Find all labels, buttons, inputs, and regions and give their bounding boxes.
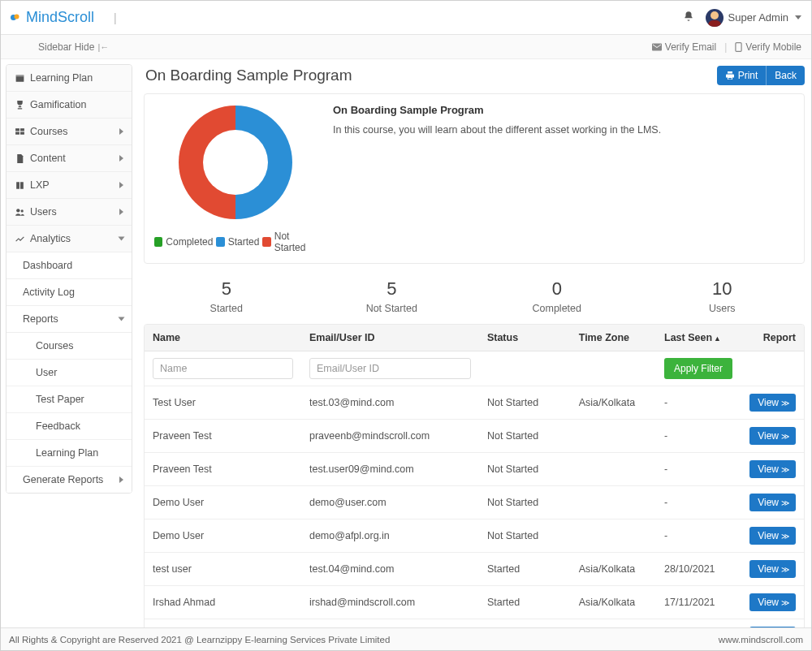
cell-timezone: Asia/Kolkata (571, 619, 656, 628)
svg-rect-4 (16, 75, 24, 76)
verify-email-label: Verify Email (665, 41, 716, 53)
apply-filter-label: Apply Filter (674, 363, 723, 374)
sidebar-item-dashboard[interactable]: Dashboard (6, 252, 132, 279)
view-button[interactable]: View ≫ (749, 494, 796, 511)
verify-mobile-button[interactable]: Verify Mobile (735, 41, 801, 53)
back-button[interactable]: Back (767, 66, 805, 85)
stat-value: 5 (309, 278, 475, 300)
cell-timezone (571, 420, 656, 453)
courses-icon (15, 127, 25, 137)
filter-email-input[interactable] (309, 358, 471, 379)
table-row: Demo Userdemo@user.comNot Started-View ≫ (145, 486, 804, 520)
brand-divider: | (114, 11, 117, 24)
sidebar-item-report-courses[interactable]: Courses (6, 333, 132, 360)
chevron-right-icon: ≫ (781, 498, 788, 507)
sidebar-hide-button[interactable]: Sidebar Hide |← (38, 41, 109, 53)
cell-timezone (571, 453, 656, 486)
donut-chart (179, 106, 292, 219)
table-row: Amarjit S. Sainiamarjitssaini@yahoo.co.i… (145, 619, 804, 628)
sidebar-item-activity-log[interactable]: Activity Log (6, 279, 132, 306)
svg-rect-8 (20, 131, 24, 134)
notifications-icon[interactable] (683, 11, 694, 24)
brand-icon (11, 12, 21, 23)
summary-heading: On Boarding Sample Program (333, 104, 661, 116)
view-button[interactable]: View ≫ (749, 427, 796, 445)
apply-filter-button[interactable]: Apply Filter (664, 358, 732, 379)
footer-left: All Rights & Copyright are Reserved 2021… (9, 635, 390, 645)
legend-label: Completed (166, 236, 213, 248)
brand[interactable]: MindScroll | (11, 9, 117, 26)
table-row: Demo Userdemo@afpl.org.inNot Started-Vie… (145, 520, 804, 553)
cell-last-seen: 17/11/2021 (656, 586, 741, 619)
view-button[interactable]: View ≫ (749, 527, 796, 545)
table-row: Test Usertest.03@mind.comNot StartedAsia… (145, 386, 804, 420)
view-button[interactable]: View ≫ (749, 560, 796, 578)
brand-text: MindScroll (26, 9, 94, 26)
cell-email: praveenb@mindscroll.com (301, 420, 479, 453)
sidebar-item-lxp[interactable]: LXP (6, 172, 132, 199)
cell-status: Not Started (479, 386, 571, 420)
cell-name: Irshad Ahmad (145, 586, 301, 619)
sidebar-item-label: Test Paper (36, 394, 84, 405)
print-button[interactable]: Print (717, 66, 767, 85)
sidebar-item-report-test-paper[interactable]: Test Paper (6, 386, 132, 413)
cell-email: demo@user.com (301, 486, 479, 520)
sidebar-item-report-user[interactable]: User (6, 360, 132, 386)
sidebar-item-report-feedback[interactable]: Feedback (6, 413, 132, 440)
lxp-icon (15, 180, 25, 191)
cell-email: test.03@mind.com (301, 386, 479, 420)
th-status[interactable]: Status (479, 325, 571, 351)
th-name[interactable]: Name (145, 325, 301, 351)
sidebar-item-gamification[interactable]: Gamification (6, 92, 132, 119)
cell-timezone (571, 520, 656, 553)
th-last-seen[interactable]: Last Seen▲ (656, 325, 741, 351)
cell-status: Started (479, 553, 571, 586)
sidebar-item-content[interactable]: Content (6, 145, 132, 172)
cell-last-seen: - (656, 520, 741, 553)
cell-status: Not Started (479, 420, 571, 453)
table-row: Praveen Testpraveenb@mindscroll.comNot S… (145, 420, 804, 453)
sidebar-item-courses[interactable]: Courses (6, 119, 132, 145)
cell-email: demo@afpl.org.in (301, 520, 479, 553)
view-button[interactable]: View ≫ (749, 593, 796, 611)
sidebar-item-users[interactable]: Users (6, 199, 132, 226)
cell-last-seen: 28/10/2021 (656, 553, 741, 586)
sidebar-item-learning-plan[interactable]: Learning Plan (6, 65, 132, 92)
users-icon (15, 207, 25, 218)
legend-label: Not Started (274, 231, 317, 253)
sort-asc-icon: ▲ (714, 334, 721, 343)
sidebar-item-report-learning-plan[interactable]: Learning Plan (6, 440, 132, 467)
chevron-right-icon: ≫ (781, 598, 788, 607)
cell-status: Started (479, 586, 571, 619)
verify-email-button[interactable]: Verify Email (652, 41, 716, 53)
th-timezone[interactable]: Time Zone (571, 325, 656, 351)
legend-color-started (216, 237, 224, 247)
th-email[interactable]: Email/User ID (301, 325, 479, 351)
view-button[interactable]: View ≫ (749, 460, 796, 478)
stat-label: Started (144, 303, 309, 314)
sidebar-item-label: Content (30, 153, 66, 164)
svg-rect-5 (15, 128, 19, 131)
content-icon (15, 153, 25, 164)
legend-color-completed (154, 237, 162, 247)
stat-completed: 0Completed (474, 278, 640, 314)
sidebar-item-generate-reports[interactable]: Generate Reports (6, 467, 132, 493)
sidebar-item-analytics[interactable]: Analytics (6, 226, 132, 252)
svg-point-10 (21, 209, 24, 212)
page-title: On Boarding Sample Program (145, 67, 352, 84)
chevron-right-icon: ≫ (781, 465, 788, 474)
view-button[interactable]: View ≫ (749, 394, 796, 412)
summary-desc: In this course, you will learn about the… (333, 124, 661, 136)
svg-point-1 (15, 15, 19, 19)
svg-point-9 (16, 209, 19, 212)
trophy-icon (15, 100, 25, 110)
sidebar-hide-label: Sidebar Hide (38, 41, 94, 53)
sidebar-item-reports[interactable]: Reports (6, 306, 132, 333)
user-menu[interactable]: Super Admin (706, 9, 801, 27)
filter-name-input[interactable] (153, 358, 293, 379)
cell-name: Test User (145, 386, 301, 420)
cell-last-seen: 17/09/2021 (656, 619, 741, 628)
sidebar-item-label: Learning Plan (36, 447, 98, 459)
cell-email: amarjitssaini@yahoo.co.in (301, 619, 479, 628)
chevron-right-icon: ≫ (781, 432, 788, 441)
